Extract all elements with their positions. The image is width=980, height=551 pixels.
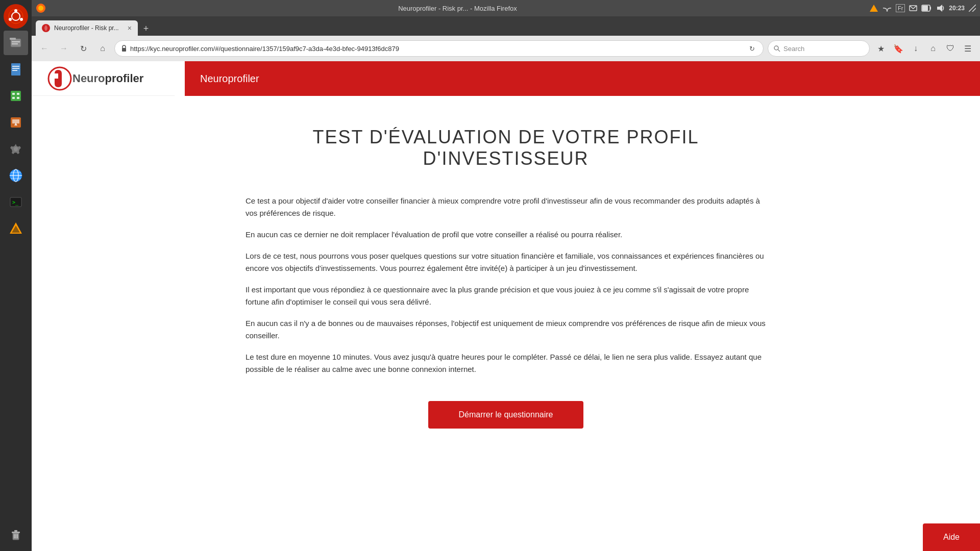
tab-label: Neuroprofiler - Risk pr... <box>54 24 119 32</box>
svg-rect-9 <box>11 63 20 76</box>
tab-favicon <box>42 24 50 32</box>
volume-icon <box>936 4 945 13</box>
svg-point-4 <box>9 18 12 21</box>
language-indicator: Fr <box>896 4 905 12</box>
download-button[interactable]: ↓ <box>909 41 923 56</box>
email-icon <box>909 4 917 12</box>
reload-button[interactable]: ↻ <box>76 41 91 56</box>
svg-point-38 <box>38 6 43 11</box>
resize-icon <box>969 5 976 12</box>
paragraph-4: Il est important que vous répondiez à ce… <box>246 284 766 308</box>
svg-rect-6 <box>10 38 16 40</box>
svg-rect-11 <box>12 68 19 69</box>
svg-rect-13 <box>11 91 21 101</box>
browser-window: Neuroprofiler - Risk pr... - Mozilla Fir… <box>32 0 980 551</box>
nav-bar: ← → ↻ ⌂ https://kyc.neuroprofiler.com/#/… <box>32 36 980 61</box>
tab-close-button[interactable]: × <box>128 24 132 32</box>
content-paragraphs: Ce test a pour objectif d'aider votre co… <box>246 195 766 375</box>
shield-button[interactable]: 🛡 <box>943 41 958 56</box>
menu-button[interactable]: ☰ <box>961 41 975 56</box>
bookmark-page-button[interactable]: 🔖 <box>891 41 905 56</box>
logo-icon <box>47 66 72 91</box>
svg-point-2 <box>14 9 17 12</box>
nav-icons: ★ 🔖 ↓ ⌂ 🛡 ☰ <box>874 41 975 56</box>
logo-neuro: Neuro <box>72 72 105 85</box>
logo-text: Neuroprofiler <box>72 72 143 85</box>
paragraph-3: Lors de ce test, nous pourrons vous pose… <box>246 250 766 274</box>
svg-rect-32 <box>12 532 20 533</box>
svg-marker-45 <box>937 5 942 12</box>
svg-point-3 <box>20 18 23 21</box>
svg-rect-10 <box>12 66 19 67</box>
start-questionnaire-button[interactable]: Démarrer le questionnaire <box>428 401 584 429</box>
system-time: 20:23 <box>949 5 965 12</box>
paragraph-1: Ce test a pour objectif d'aider votre co… <box>246 195 766 219</box>
title-bar: Neuroprofiler - Risk pr... - Mozilla Fir… <box>32 0 980 16</box>
svg-text:>_: >_ <box>12 199 19 206</box>
svg-point-50 <box>774 46 778 50</box>
svg-rect-5 <box>11 39 21 47</box>
logo-area: Neuroprofiler <box>32 61 175 96</box>
tab-bar: Neuroprofiler - Risk pr... × + <box>32 16 980 36</box>
impress-icon[interactable] <box>4 110 28 135</box>
settings-icon[interactable] <box>4 137 28 161</box>
browser-title: Neuroprofiler - Risk pr... - Mozilla Fir… <box>50 5 865 12</box>
vlc-tray-icon <box>869 4 878 13</box>
svg-rect-15 <box>17 93 19 95</box>
vlc-icon[interactable] <box>4 216 28 241</box>
forward-button[interactable]: → <box>56 41 71 56</box>
url-display: https://kyc.neuroprofiler.com/#/question… <box>130 45 744 53</box>
svg-rect-44 <box>930 7 931 10</box>
svg-rect-33 <box>14 530 17 532</box>
header-red-bar: Neuroprofiler <box>185 61 980 96</box>
search-input[interactable]: Search <box>783 45 804 53</box>
refresh-button[interactable]: ↻ <box>747 43 757 54</box>
logo-profiler: profiler <box>105 72 144 85</box>
svg-line-51 <box>778 49 780 52</box>
new-tab-button[interactable]: + <box>139 21 153 36</box>
help-button[interactable]: Aide <box>923 523 980 551</box>
lock-icon <box>121 45 127 52</box>
svg-point-40 <box>886 10 888 12</box>
browser-icon[interactable] <box>4 163 28 188</box>
page-content: Neuroprofiler Neuroprofiler TEST D'ÉVALU… <box>32 61 980 551</box>
paragraph-6: Le test dure en moyenne 10 minutes. Vous… <box>246 351 766 375</box>
search-bar[interactable]: Search <box>768 40 870 57</box>
trash-icon[interactable] <box>4 522 28 547</box>
header-brand-name: Neuroprofiler <box>200 73 259 85</box>
os-sidebar: >_ <box>0 0 32 551</box>
svg-marker-39 <box>870 5 878 12</box>
files-icon[interactable] <box>4 31 28 55</box>
address-bar[interactable]: https://kyc.neuroprofiler.com/#/question… <box>114 40 764 57</box>
wifi-icon <box>883 4 892 13</box>
bookmark-star-button[interactable]: ★ <box>874 41 888 56</box>
paragraph-5: En aucun cas il n'y a de bonnes ou de ma… <box>246 317 766 342</box>
paragraph-2: En aucun cas ce dernier ne doit remplace… <box>246 229 766 241</box>
svg-rect-16 <box>12 97 15 99</box>
ubuntu-icon[interactable] <box>4 4 28 29</box>
terminal-icon[interactable]: >_ <box>4 190 28 214</box>
svg-rect-12 <box>12 70 17 71</box>
home-nav-button[interactable]: ⌂ <box>926 41 940 56</box>
svg-rect-43 <box>922 6 928 11</box>
home-button[interactable]: ⌂ <box>95 41 110 56</box>
active-tab[interactable]: Neuroprofiler - Risk pr... × <box>36 20 138 36</box>
svg-rect-8 <box>12 43 18 44</box>
search-icon <box>773 45 780 52</box>
writer-icon[interactable] <box>4 57 28 82</box>
battery-icon <box>921 5 932 12</box>
svg-line-47 <box>972 8 976 12</box>
calc-icon[interactable] <box>4 84 28 108</box>
page-title: TEST D'ÉVALUATION DE VOTRE PROFIL D'INVE… <box>246 127 766 169</box>
back-button[interactable]: ← <box>37 41 52 56</box>
svg-line-46 <box>969 5 976 12</box>
svg-rect-17 <box>17 97 19 99</box>
svg-rect-49 <box>122 48 126 52</box>
site-header: Neuroprofiler Neuroprofiler <box>32 61 980 96</box>
main-content: TEST D'ÉVALUATION DE VOTRE PROFIL D'INVE… <box>225 127 787 520</box>
svg-rect-7 <box>12 41 20 42</box>
firefox-icon <box>36 3 46 13</box>
start-button-container: Démarrer le questionnaire <box>246 401 766 429</box>
svg-rect-14 <box>12 93 15 95</box>
